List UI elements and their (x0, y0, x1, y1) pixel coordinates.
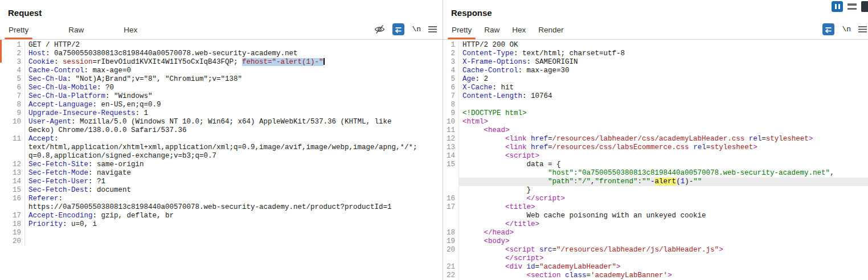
tab-hex[interactable]: Hex (124, 26, 137, 39)
message-editor-split: Request PrettyRawHex \n 1GET / HTTP/22Ho… (0, 0, 868, 280)
line-number: 7 (443, 92, 459, 101)
line-number: 9 (0, 109, 25, 118)
line-content: Sec-Fetch-User: ?1 (25, 178, 443, 186)
line-number: 15 (443, 160, 459, 169)
line-number (443, 186, 459, 195)
line-number (443, 178, 459, 186)
line-content: </script> (459, 254, 868, 263)
code-line: 17 <title> (443, 203, 868, 212)
wrap-toggle-icon[interactable] (822, 23, 834, 35)
line-content: Sec-Fetch-Mode: navigate (25, 169, 443, 178)
tab-hex[interactable]: Hex (512, 26, 526, 39)
line-content: Content-Type: text/html; charset=utf-8 (459, 50, 868, 58)
wrap-toggle-icon[interactable] (392, 23, 404, 35)
line-content: Host: 0a7500550380813c8198440a00570078.w… (25, 50, 443, 58)
code-line: 18 </head> (443, 229, 868, 237)
line-number: 15 (0, 186, 25, 195)
code-line: } (443, 186, 868, 195)
line-number: 9 (443, 109, 459, 118)
line-content: } (459, 186, 868, 195)
line-number: 16 (443, 195, 459, 203)
tab-pretty[interactable]: Pretty (452, 26, 472, 39)
line-content (25, 237, 443, 246)
request-panel: Request PrettyRawHex \n 1GET / HTTP/22Ho… (0, 0, 443, 280)
request-editor[interactable]: 1GET / HTTP/22Host: 0a7500550380813c8198… (0, 40, 443, 246)
code-line: 5Age: 2 (443, 75, 868, 84)
line-number: 16 (0, 195, 25, 203)
line-number: 5 (0, 75, 25, 84)
line-number: 8 (443, 101, 459, 109)
code-line: 6X-Cache: hit (443, 84, 868, 92)
line-number: 18 (443, 229, 459, 237)
code-line: 22 <section class='academyLabBanner'> (443, 271, 868, 280)
line-content: Sec-Fetch-Dest: document (25, 186, 443, 195)
pause-button[interactable] (832, 1, 843, 12)
cut-off-button[interactable] (861, 1, 868, 12)
code-line: 20 <script src="/resources/labheader/js/… (443, 246, 868, 254)
line-number: 3 (0, 58, 25, 67)
newline-icon[interactable]: \n (412, 25, 421, 34)
line-content: Gecko) Chrome/138.0.0.0 Safari/537.36 (25, 126, 443, 135)
line-content: Cache-Control: max-age=0 (25, 67, 443, 75)
line-content: <link href=/resources/labheader/css/acad… (459, 135, 868, 143)
code-line: 14Sec-Fetch-User: ?1 (0, 178, 443, 186)
layout-bars-button[interactable] (847, 1, 857, 12)
code-line: 12 <link href=/resources/labheader/css/a… (443, 135, 868, 143)
request-toolbar: \n (374, 23, 437, 39)
line-content: Cookie: session=rIbevO1ud1KVXIt4W1IY5oCx… (25, 58, 443, 67)
code-line: 20 (0, 237, 443, 246)
code-line: 14 <script> (443, 152, 868, 160)
line-number: 19 (443, 237, 459, 246)
menu-icon[interactable] (858, 26, 867, 33)
line-number (443, 220, 459, 229)
line-number: 17 (443, 203, 459, 212)
menu-icon[interactable] (428, 26, 437, 33)
line-content: Priority: u=0, i (25, 220, 443, 229)
tab-pretty[interactable]: Pretty (9, 26, 28, 39)
code-line: 21 <div id="academyLabHeader"> (443, 263, 868, 271)
line-content: "host":"0a7500550380813c8198440a00570078… (459, 169, 868, 178)
code-line: 9Upgrade-Insecure-Requests: 1 (0, 109, 443, 118)
line-content (459, 101, 868, 109)
code-line: q=0.8,application/signed-exchange;v=b3;q… (0, 152, 443, 160)
newline-icon[interactable]: \n (842, 25, 851, 34)
line-number: 18 (0, 220, 25, 229)
line-number: 19 (0, 229, 25, 237)
line-number (0, 203, 25, 212)
line-content: text/html,application/xhtml+xml,applicat… (25, 143, 443, 152)
line-content: X-Cache: hit (459, 84, 868, 92)
line-number (443, 212, 459, 220)
code-line: 19 (0, 229, 443, 237)
line-content: </script> (459, 195, 868, 203)
code-line: "host":"0a7500550380813c8198440a00570078… (443, 169, 868, 178)
line-number: 8 (0, 101, 25, 109)
line-content: <div id="academyLabHeader"> (459, 263, 868, 271)
line-number: 22 (443, 271, 459, 280)
line-number: 10 (443, 118, 459, 126)
eye-slash-icon[interactable] (374, 24, 385, 34)
tab-raw[interactable]: Raw (68, 26, 84, 39)
tab-raw[interactable]: Raw (484, 26, 499, 39)
line-number: 2 (0, 50, 25, 58)
tab-render[interactable]: Render (538, 26, 563, 39)
line-number (443, 169, 459, 178)
line-number: 13 (0, 169, 25, 178)
line-content: Referer: (25, 195, 443, 203)
code-line: 17Accept-Encoding: gzip, deflate, br (0, 212, 443, 220)
code-line: 16 </script> (443, 195, 868, 203)
response-editor[interactable]: 1HTTP/2 200 OK2Content-Type: text/html; … (443, 40, 868, 280)
line-content: GET / HTTP/2 (25, 41, 443, 50)
code-line: 10<html> (443, 118, 868, 126)
line-content: HTTP/2 200 OK (459, 41, 868, 50)
line-number: 14 (0, 178, 25, 186)
line-number: 13 (443, 143, 459, 152)
line-content: data = { (459, 160, 868, 169)
code-line: 16Referer: (0, 195, 443, 203)
line-content: </title> (459, 220, 868, 229)
code-line: 9<!DOCTYPE html> (443, 109, 868, 118)
line-number: 11 (443, 126, 459, 135)
line-content: Cache-Control: max-age=30 (459, 67, 868, 75)
line-content: </head> (459, 229, 868, 237)
line-number: 14 (443, 152, 459, 160)
code-line: </script> (443, 254, 868, 263)
